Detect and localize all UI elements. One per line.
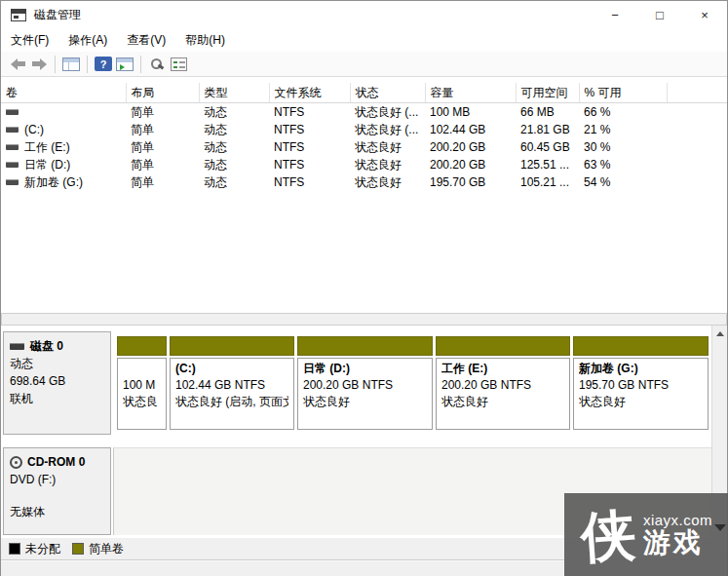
volume-icon [6,127,19,133]
legend-simple-volume: 简单卷 [72,541,124,557]
toolbar-separator [140,56,141,73]
disk0-panel[interactable]: 磁盘 0 动态 698.64 GB 联机 [3,331,111,435]
watermark: 侠 xiayx.com 游戏 [564,493,728,576]
checklist-icon[interactable] [168,54,189,75]
col-capacity[interactable]: 容量 [425,83,516,103]
col-volume[interactable]: 卷 [1,83,126,103]
disk-icon [10,343,24,350]
volume-table: 卷 布局 类型 文件系统 状态 容量 可用空间 % 可用 简单 动态 NTFS [1,83,727,191]
help-icon[interactable]: ? [93,54,114,75]
volume-icon [6,162,19,168]
title-bar: 磁盘管理 − □ × [1,1,727,28]
console-tree-icon[interactable] [60,54,82,75]
forward-icon[interactable] [28,54,50,75]
disk0-title: 磁盘 0 [30,337,63,355]
col-filesystem[interactable]: 文件系统 [269,83,350,103]
cdrom-panel[interactable]: CD-ROM 0 DVD (F:) 无媒体 [3,447,111,535]
volume-list-pane: 卷 布局 类型 文件系统 状态 容量 可用空间 % 可用 简单 动态 NTFS [1,77,727,313]
toolbar: ? [1,52,727,77]
col-free-space[interactable]: 可用空间 [516,83,579,103]
back-icon[interactable] [7,54,28,75]
disk0-type: 动态 [10,355,104,372]
table-header-row: 卷 布局 类型 文件系统 状态 容量 可用空间 % 可用 [1,83,727,103]
partition-color-bar [436,336,570,356]
unallocated-swatch [9,543,20,555]
watermark-site: xiayx.com [643,512,712,528]
close-button[interactable]: × [682,1,727,28]
cd-icon [10,456,22,469]
scrollbar-up-icon[interactable] [712,326,727,341]
toolbar-separator [55,56,56,73]
minimize-button[interactable]: − [593,1,637,28]
cdrom-drive: DVD (F:) [10,471,104,488]
toolbar-separator [87,56,88,73]
simple-volume-swatch [72,543,84,555]
menu-bar: 文件(F) 操作(A) 查看(V) 帮助(H) [1,28,727,52]
col-type[interactable]: 类型 [199,83,269,103]
table-row[interactable]: 工作 (E:) 简单 动态 NTFS 状态良好 200.20 GB 60.45 … [1,138,727,156]
partition-color-bar [170,336,294,356]
partition-e[interactable]: 工作 (E:) 200.20 GB NTFS 状态良好 [436,336,570,430]
maximize-button[interactable]: □ [637,1,682,28]
legend-unallocated: 未分配 [9,541,60,557]
partition-color-bar [573,336,709,356]
window-title: 磁盘管理 [34,7,81,23]
col-empty [667,83,727,103]
menu-action[interactable]: 操作(A) [58,28,117,52]
watermark-word: 游戏 [643,528,704,558]
magnifier-icon[interactable] [146,54,168,75]
col-status[interactable]: 状态 [350,83,425,103]
menu-view[interactable]: 查看(V) [117,28,175,52]
partition-c[interactable]: (C:) 102.44 GB NTFS 状态良好 (启动, 页面文 [170,336,294,430]
partition-d[interactable]: 日常 (D:) 200.20 GB NTFS 状态良好 [297,336,433,430]
table-row[interactable]: 简单 动态 NTFS 状态良好 (... 100 MB 66 MB 66 % [1,103,727,122]
partition-color-bar [117,336,167,356]
table-row[interactable]: (C:) 简单 动态 NTFS 状态良好 (... 102.44 GB 21.8… [1,121,727,138]
partition-color-bar [297,336,433,356]
disk0-status: 联机 [10,390,104,407]
partition-g[interactable]: 新加卷 (G:) 195.70 GB NTFS 状态良好 [573,336,709,430]
volume-icon [6,109,19,115]
col-layout[interactable]: 布局 [126,83,199,103]
menu-help[interactable]: 帮助(H) [175,28,235,52]
disk0-size: 698.64 GB [10,372,104,390]
watermark-character: 侠 [579,506,637,564]
horizontal-scrollbar[interactable] [1,313,727,326]
scrollbar-down-icon[interactable] [714,524,726,531]
volume-icon [6,179,19,185]
cdrom-media: 无媒体 [10,503,104,520]
volume-icon [6,144,19,150]
action-pane-icon[interactable] [114,54,135,75]
disk-management-window: 磁盘管理 − □ × 文件(F) 操作(A) 查看(V) 帮助(H) ? [0,0,728,576]
table-row[interactable]: 新加卷 (G:) 简单 动态 NTFS 状态良好 195.70 GB 105.2… [1,173,727,191]
app-icon [11,9,26,21]
table-row[interactable]: 日常 (D:) 简单 动态 NTFS 状态良好 200.20 GB 125.51… [1,156,727,173]
menu-file[interactable]: 文件(F) [1,28,58,52]
col-pct-free[interactable]: % 可用 [579,83,667,103]
cdrom-title: CD-ROM 0 [27,453,85,471]
partition-system-reserved[interactable]: 100 M 状态良 [117,336,167,430]
